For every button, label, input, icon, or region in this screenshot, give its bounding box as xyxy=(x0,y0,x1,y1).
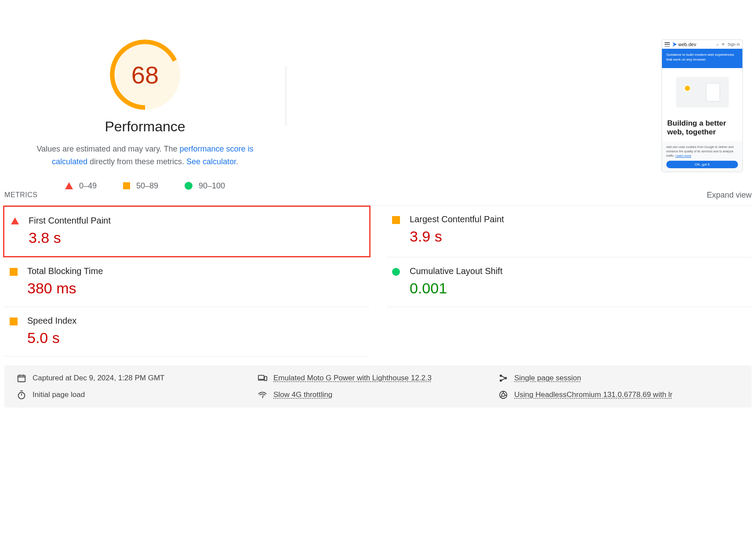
svg-rect-1 xyxy=(258,375,264,379)
vertical-divider xyxy=(286,66,286,126)
stopwatch-icon xyxy=(17,390,26,400)
devices-icon xyxy=(258,373,267,383)
metric-lcp[interactable]: Largest Contentful Paint 3.9 s xyxy=(387,206,752,257)
square-icon xyxy=(123,182,130,189)
metric-value: 3.9 s xyxy=(410,228,504,245)
cookie-ok-button: OK, got it xyxy=(666,161,738,168)
score-value: 68 xyxy=(110,40,180,110)
metric-value: 5.0 s xyxy=(27,329,76,347)
thumbnail-banner: Guidance to build modern web experiences… xyxy=(662,49,742,68)
metric-value: 380 ms xyxy=(27,280,103,297)
legend-pass: 90–100 xyxy=(185,181,225,191)
network-check-icon xyxy=(258,390,267,400)
metrics-grid: First Contentful Paint 3.8 s Largest Con… xyxy=(4,205,752,357)
circle-icon xyxy=(392,268,400,276)
metric-si[interactable]: Speed Index 5.0 s xyxy=(4,307,369,357)
metrics-heading: METRICS xyxy=(4,191,38,199)
calendar-icon xyxy=(17,373,26,383)
brand-logo: web.dev xyxy=(672,42,696,47)
legend-fail: 0–49 xyxy=(65,181,97,191)
hamburger-icon xyxy=(665,42,670,47)
metric-value: 3.8 s xyxy=(29,229,111,246)
score-legend: 0–49 50–89 90–100 xyxy=(65,181,225,191)
see-calculator-link[interactable]: See calculator xyxy=(186,157,236,166)
performance-description: Values are estimated and may vary. The p… xyxy=(22,143,268,168)
chrome-icon xyxy=(498,390,508,400)
metric-cls[interactable]: Cumulative Layout Shift 0.001 xyxy=(387,257,752,307)
theme-icon: ☀ xyxy=(721,42,725,47)
signin-label: Sign in xyxy=(727,42,740,47)
footer-captured: Captured at Dec 9, 2024, 1:28 PM GMT xyxy=(17,373,258,383)
thumbnail-headline: Building a better web, together xyxy=(662,116,742,141)
performance-title: Performance xyxy=(105,119,185,135)
metric-label: Speed Index xyxy=(27,316,76,326)
score-gauge: 68 xyxy=(110,40,180,110)
legend-average: 50–89 xyxy=(123,181,158,191)
svg-rect-2 xyxy=(265,376,267,380)
svg-rect-0 xyxy=(18,375,25,382)
cookie-notice: web.dev uses cookies from Google to deli… xyxy=(666,145,738,158)
footer-throttling[interactable]: Slow 4G throttling xyxy=(258,390,498,400)
metric-label: Cumulative Layout Shift xyxy=(410,266,502,276)
footer-browser[interactable]: Using HeadlessChromium 131.0.6778.69 wit… xyxy=(498,390,739,400)
metric-fcp[interactable]: First Contentful Paint 3.8 s xyxy=(3,206,371,257)
circle-icon xyxy=(185,182,193,190)
triangle-icon xyxy=(11,217,19,224)
search-icon: ⌕ xyxy=(716,42,719,47)
metric-label: First Contentful Paint xyxy=(29,216,111,226)
cookie-learn-more: Learn more xyxy=(676,154,691,157)
metric-label: Largest Contentful Paint xyxy=(410,214,504,224)
network-icon xyxy=(498,373,508,383)
metric-label: Total Blocking Time xyxy=(27,266,103,276)
page-screenshot-thumbnail: web.dev ⌕ ☀ Sign in Guidance to build mo… xyxy=(662,40,743,172)
square-icon xyxy=(392,216,400,224)
metric-tbt[interactable]: Total Blocking Time 380 ms xyxy=(4,257,369,307)
svg-point-6 xyxy=(18,392,25,399)
hero-illustration xyxy=(676,77,729,108)
triangle-icon xyxy=(65,182,73,189)
square-icon xyxy=(10,268,18,276)
footer-initial: Initial page load xyxy=(17,390,258,400)
footer-device[interactable]: Emulated Moto G Power with Lighthouse 12… xyxy=(258,373,498,383)
square-icon xyxy=(10,318,18,325)
environment-footer: Captured at Dec 9, 2024, 1:28 PM GMT Emu… xyxy=(4,365,752,408)
metric-value: 0.001 xyxy=(410,280,502,297)
expand-view-toggle[interactable]: Expand view xyxy=(707,191,752,200)
performance-summary: 68 Performance Values are estimated and … xyxy=(4,40,286,191)
footer-session[interactable]: Single page session xyxy=(498,373,739,383)
